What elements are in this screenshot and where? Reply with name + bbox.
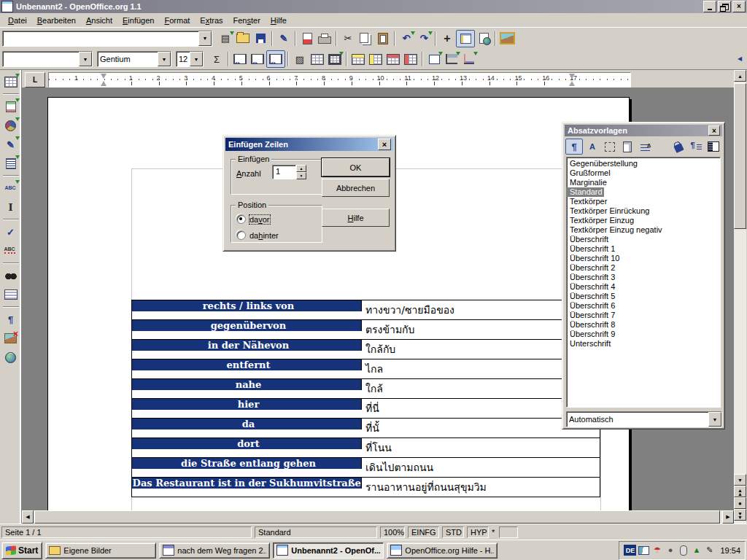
- new-document-button[interactable]: ▤: [217, 31, 234, 47]
- spellcheck-button[interactable]: ✓: [2, 223, 20, 241]
- column-width-fixed-button[interactable]: [231, 51, 249, 67]
- paragraph-styles-button[interactable]: ¶: [565, 139, 583, 155]
- style-dropdown-icon[interactable]: ▼: [79, 52, 92, 66]
- status-insert-mode[interactable]: EINFG: [408, 526, 439, 538]
- insert-dimension-button[interactable]: [460, 51, 478, 67]
- data-sources-button[interactable]: [2, 286, 20, 303]
- status-hyperlink-mode[interactable]: HYP: [467, 526, 489, 538]
- menu-item-einfügen[interactable]: Einfügen: [117, 15, 159, 26]
- style-item[interactable]: Überschrift 7: [567, 311, 720, 320]
- menu-item-hilfe[interactable]: Hilfe: [266, 15, 292, 26]
- restore-button[interactable]: [718, 1, 731, 12]
- font-dropdown-icon[interactable]: ▼: [158, 52, 171, 66]
- status-selection-mode[interactable]: STD: [442, 526, 464, 538]
- menu-item-fenster[interactable]: Fenster: [228, 15, 266, 26]
- delete-row-button[interactable]: [384, 51, 402, 67]
- style-item[interactable]: Überschrift 9: [567, 330, 720, 339]
- table-cell-german[interactable]: die Straße entlang gehen: [132, 458, 362, 469]
- direct-cursor-button[interactable]: I: [2, 198, 20, 216]
- audio-icon[interactable]: ●: [665, 545, 676, 556]
- font-name-combo[interactable]: Gentium ▼: [97, 51, 171, 67]
- style-item[interactable]: Gegenüberstellung: [567, 159, 720, 168]
- vertical-scroll-thumb[interactable]: [734, 83, 746, 229]
- stylist-button[interactable]: [456, 30, 475, 47]
- left-margin-marker[interactable]: [101, 73, 107, 87]
- table-cell-german[interactable]: nahe: [132, 379, 362, 390]
- paste-button[interactable]: [374, 31, 392, 47]
- radio-option-dahinter[interactable]: dahinter: [236, 230, 279, 240]
- horizontal-ruler[interactable]: 11234567891011121314151617: [48, 72, 631, 88]
- border-color-button[interactable]: [326, 51, 344, 67]
- table-cell-german[interactable]: da: [132, 419, 362, 429]
- previous-page-button[interactable]: [734, 486, 746, 497]
- radio-icon[interactable]: [236, 214, 246, 224]
- size-dropdown-icon[interactable]: ▼: [190, 52, 203, 66]
- status-style[interactable]: Standard: [255, 526, 377, 538]
- help-button[interactable]: Hilfe: [322, 209, 390, 227]
- nonprinting-characters-button[interactable]: ¶: [2, 311, 20, 328]
- paragraph-style-combo[interactable]: ▼: [2, 51, 93, 67]
- tab-type-button[interactable]: L: [25, 72, 45, 88]
- dialog-titlebar[interactable]: Einfügen Zeilen ×: [225, 138, 393, 151]
- vertical-scrollbar[interactable]: ▲ ▼ ●: [734, 70, 746, 524]
- frame-styles-button[interactable]: [602, 139, 618, 154]
- radio-option-davor[interactable]: davor: [236, 214, 270, 224]
- url-dropdown-icon[interactable]: ▼: [198, 31, 212, 46]
- edit-file-button[interactable]: ✎: [275, 31, 293, 47]
- taskbar-task[interactable]: Unbenannt2 - OpenOf...: [273, 542, 384, 559]
- menu-item-extras[interactable]: Extras: [195, 15, 228, 26]
- delete-column-button[interactable]: [402, 51, 419, 67]
- style-item[interactable]: Überschrift 8: [567, 320, 720, 330]
- horizontal-scrollbar[interactable]: ◀ ▶: [22, 510, 734, 524]
- style-item[interactable]: Textkörper Einzug: [567, 216, 720, 225]
- updates-icon[interactable]: ▲: [691, 545, 702, 556]
- taskbar-task[interactable]: nach dem Weg fragen 2....: [159, 542, 270, 559]
- horizontal-scroll-thumb[interactable]: [34, 510, 720, 524]
- numbering-styles-button[interactable]: [637, 139, 653, 154]
- style-item[interactable]: Überschrift 10: [567, 254, 720, 263]
- radio-icon[interactable]: [236, 230, 246, 240]
- table-cell-german[interactable]: Das Restaurant ist in der Sukhumvitstraß…: [132, 478, 362, 489]
- background-color-button[interactable]: ▨: [291, 51, 309, 67]
- style-item[interactable]: Überschrift 1: [567, 244, 720, 254]
- insert-button[interactable]: [2, 73, 20, 90]
- pen-tablet-icon[interactable]: ✎: [704, 545, 715, 556]
- insert-fields-button[interactable]: [2, 98, 20, 115]
- autospellcheck-button[interactable]: [2, 242, 20, 260]
- column-width-variable-button[interactable]: [266, 50, 285, 68]
- scroll-right-button[interactable]: ▶: [722, 510, 734, 524]
- menu-item-format[interactable]: Format: [159, 15, 195, 26]
- insert-frame-button[interactable]: [443, 51, 460, 67]
- hyperlink-button[interactable]: [475, 31, 492, 47]
- table-cell-german[interactable]: rechts / links von: [132, 300, 362, 311]
- style-item[interactable]: Überschrift: [567, 235, 720, 244]
- url-combo[interactable]: ▼: [2, 31, 212, 47]
- style-item[interactable]: Überschrift 2: [567, 263, 720, 273]
- borders-button[interactable]: [309, 51, 326, 67]
- style-item[interactable]: Grußformel: [567, 168, 720, 178]
- style-item[interactable]: Überschrift 4: [567, 282, 720, 292]
- insert-rows-dialog[interactable]: Einfügen Zeilen × Einfügen Anzahl 1 ▲ ▼ …: [222, 135, 396, 252]
- find-replace-button[interactable]: [2, 267, 20, 284]
- insert-row-button[interactable]: [349, 51, 367, 67]
- update-style-button[interactable]: [705, 139, 721, 154]
- style-item[interactable]: Textkörper Einrückung: [567, 206, 720, 216]
- language-indicator[interactable]: DE: [624, 545, 636, 556]
- table-cell-german[interactable]: dort: [132, 438, 362, 449]
- anzahl-value[interactable]: 1: [272, 165, 296, 179]
- cut-button[interactable]: ✂: [339, 31, 357, 47]
- redo-button[interactable]: ↷: [415, 31, 433, 47]
- new-style-button[interactable]: [688, 139, 704, 154]
- style-item[interactable]: Textkörper Einzug negativ: [567, 225, 720, 235]
- ok-button[interactable]: OK: [322, 158, 390, 176]
- table-cell-thai[interactable]: ที่โนน: [362, 438, 600, 457]
- scroll-left-button[interactable]: ◀: [22, 510, 34, 524]
- table-cell-german[interactable]: in der Nähevon: [132, 340, 362, 351]
- table-cell-thai[interactable]: เดินไปตามถนน: [362, 458, 600, 477]
- start-button[interactable]: Start: [1, 542, 42, 559]
- taskbar-task[interactable]: Eigene Bilder: [45, 542, 156, 559]
- save-button[interactable]: [252, 31, 269, 47]
- character-styles-button[interactable]: A: [584, 139, 600, 154]
- style-item[interactable]: Überschrift 6: [567, 301, 720, 311]
- style-item[interactable]: Textkörper: [567, 197, 720, 206]
